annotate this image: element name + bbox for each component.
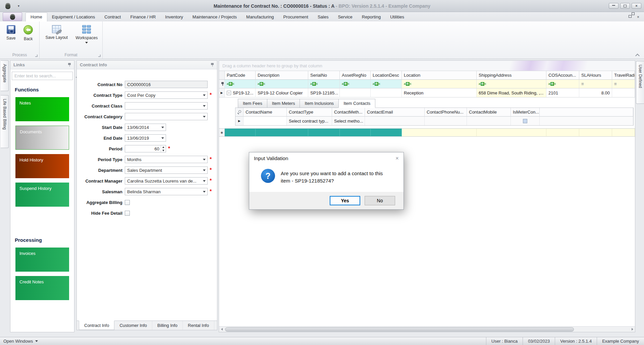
cell-partcode[interactable]: − SP19-12... xyxy=(225,88,256,97)
links-search-input[interactable] xyxy=(12,73,76,78)
cell-locationdesc[interactable] xyxy=(371,88,402,97)
cell-contactemail[interactable] xyxy=(365,117,425,125)
group-by-bar[interactable]: Drag a column header here to group by th… xyxy=(219,61,635,71)
new-cell-assetregno[interactable] xyxy=(340,128,371,137)
cell-description[interactable]: SP19-12 Colour Copier xyxy=(256,88,308,97)
cell-contacttype[interactable]: Select contract typ... xyxy=(287,117,332,125)
chevron-down-icon[interactable] xyxy=(159,124,166,131)
filter-cell-assetregno[interactable]: aBc xyxy=(340,80,371,88)
contacts-search-cell[interactable] xyxy=(235,108,244,117)
period-input[interactable] xyxy=(127,146,161,151)
chevron-down-icon[interactable] xyxy=(201,188,207,195)
pin-icon[interactable] xyxy=(68,63,71,67)
suspend-history-button[interactable]: Suspend History xyxy=(15,183,69,207)
chevron-down-icon[interactable] xyxy=(201,156,207,163)
filter-cell-slahours[interactable]: = xyxy=(579,80,612,88)
chevron-down-icon[interactable] xyxy=(201,92,207,98)
no-button[interactable]: No xyxy=(365,196,395,205)
column-header-assetregno[interactable]: AssetRegNo xyxy=(340,71,371,80)
filter-cell-description[interactable]: aBc xyxy=(256,80,308,88)
group-dialog-launcher-icon[interactable] xyxy=(35,55,38,57)
tab-reporting[interactable]: Reporting xyxy=(357,13,385,21)
scroll-right-button[interactable] xyxy=(630,328,635,331)
filter-cell-locationdesc[interactable]: aBc xyxy=(371,80,402,88)
contract-class-combo[interactable] xyxy=(125,102,208,110)
workspaces-button[interactable]: Workspaces xyxy=(74,24,99,44)
hide-fee-detail-checkbox[interactable] xyxy=(125,211,130,216)
tab-item-inclusions[interactable]: Item Inclusions xyxy=(300,99,338,108)
contract-no-input[interactable] xyxy=(127,82,207,87)
back-button[interactable]: Back xyxy=(21,24,36,41)
cell-shippingaddress[interactable]: 658 Dime Road, South Riding, ,... xyxy=(477,88,546,97)
column-header-description[interactable]: Description xyxy=(256,71,308,80)
filter-cell-shippingaddress[interactable]: aBc xyxy=(477,80,546,88)
chevron-down-icon[interactable] xyxy=(201,113,207,120)
filter-cell-serialno[interactable]: aBc xyxy=(308,80,340,88)
column-header-serialno[interactable]: SerialNo xyxy=(308,71,340,80)
chevron-down-icon[interactable] xyxy=(201,102,207,109)
tab-finance-hr[interactable]: Finance / HR xyxy=(125,13,160,21)
period-type-combo[interactable]: Months xyxy=(125,156,208,163)
yes-button[interactable]: Yes xyxy=(330,196,360,205)
group-dialog-launcher-icon[interactable] xyxy=(98,55,101,57)
side-tab-aggregate[interactable]: Aggregate xyxy=(1,60,9,91)
column-header-contactmethod[interactable]: ContactMeth... xyxy=(332,108,365,117)
tab-service[interactable]: Service xyxy=(333,13,357,21)
minimize-button[interactable] xyxy=(609,3,619,9)
save-button[interactable]: Save xyxy=(3,24,19,41)
department-combo[interactable]: Sales Department xyxy=(125,166,208,174)
documents-button[interactable]: Documents xyxy=(15,126,69,150)
period-stepper[interactable] xyxy=(125,145,166,152)
start-date-picker[interactable]: 13/06/2014 xyxy=(125,124,166,131)
chevron-down-icon[interactable] xyxy=(201,178,207,184)
column-header-locationdesc[interactable]: LocationDesc xyxy=(371,71,402,80)
restore-button[interactable] xyxy=(620,3,630,9)
column-header-contacttype[interactable]: ContactType xyxy=(287,108,332,117)
tab-item-meters[interactable]: Item Meters xyxy=(267,99,300,108)
filter-cell-cosaccount[interactable]: aBc xyxy=(546,80,579,88)
cell-contactname[interactable] xyxy=(244,117,287,125)
column-header-shippingaddress[interactable]: ShippingAddress xyxy=(477,71,546,80)
filter-cell-travelradius[interactable]: = xyxy=(612,80,635,88)
dialog-titlebar[interactable]: Input Validation × xyxy=(249,152,404,164)
save-layout-button[interactable]: Save Layout xyxy=(44,24,69,40)
contract-type-combo[interactable]: Cost Per Copy xyxy=(125,91,208,99)
new-cell-travelradius[interactable] xyxy=(612,128,635,137)
new-cell-partcode[interactable] xyxy=(225,128,256,137)
cell-serialno[interactable]: SP19-12185... xyxy=(308,88,340,97)
chevron-down-icon[interactable] xyxy=(201,167,207,174)
column-header-travelradius[interactable]: TravelRadiu... xyxy=(612,71,635,80)
chevron-down-icon[interactable] xyxy=(159,135,166,141)
new-cell-slahours[interactable] xyxy=(579,128,612,137)
end-date-picker[interactable]: 13/06/2019 xyxy=(125,134,166,142)
tab-maintenance-projects[interactable]: Maintenance / Projects xyxy=(188,13,241,21)
column-header-ismetercontact[interactable]: IsMeterCon... xyxy=(511,108,540,117)
new-cell-shippingaddress[interactable] xyxy=(477,128,546,137)
tab-manufacturing[interactable]: Manufacturing xyxy=(241,13,278,21)
column-header-contactmobile[interactable]: ContactMobile xyxy=(467,108,511,117)
filter-cell-partcode[interactable]: aBc xyxy=(225,80,256,88)
new-cell-cosaccount[interactable] xyxy=(546,128,579,137)
tab-home[interactable]: Home xyxy=(25,12,47,21)
new-cell-description[interactable] xyxy=(256,128,308,137)
credit-notes-button[interactable]: Credit Notes xyxy=(15,276,69,300)
tab-equipment-locations[interactable]: Equipment / Locations xyxy=(47,13,100,21)
notes-button[interactable]: Notes xyxy=(15,97,69,121)
mdi-close-button[interactable]: × xyxy=(637,15,639,19)
new-cell-serialno[interactable] xyxy=(308,128,340,137)
cell-cosaccount[interactable]: 2101 xyxy=(546,88,579,97)
tab-rental-info[interactable]: Rental Info xyxy=(183,321,214,330)
contract-category-combo[interactable] xyxy=(125,113,208,120)
tab-item-contacts[interactable]: Item Contacts xyxy=(338,99,375,108)
spin-up-icon[interactable] xyxy=(162,146,164,148)
application-menu-button[interactable] xyxy=(3,12,22,21)
cell-contactphone[interactable] xyxy=(425,117,467,125)
hold-history-button[interactable]: Hold History xyxy=(15,154,69,178)
contract-no-field[interactable] xyxy=(125,81,208,88)
tab-item-fees[interactable]: Item Fees xyxy=(238,99,267,108)
side-tab-life-based-billing[interactable]: Life Based Billing xyxy=(1,95,9,148)
dialog-close-icon[interactable]: × xyxy=(395,155,399,161)
tab-inventory[interactable]: Inventory xyxy=(160,13,187,21)
column-header-contactphone[interactable]: ContactPhoneNu... xyxy=(425,108,467,117)
scrollbar-thumb[interactable] xyxy=(225,327,574,332)
